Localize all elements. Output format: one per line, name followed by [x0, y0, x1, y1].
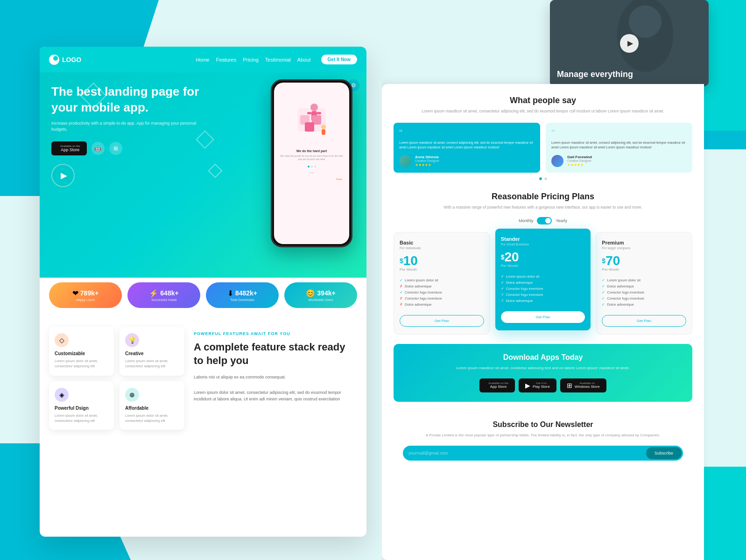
price-num-premium: 70	[605, 253, 620, 268]
testimonial-card-1: " Lorem ipsum maodicor sit amet, consect…	[394, 123, 540, 173]
left-panel: LOGO Home Features Pricing Testimonial A…	[0, 0, 406, 560]
windows-icon: ⊞	[113, 145, 118, 152]
download-desc: Lorem ipsum maodicor sit amet, condectur…	[403, 365, 683, 371]
download-appstore-btn[interactable]: Available on the App Store	[479, 378, 515, 392]
newsletter-submit-button[interactable]: Subscribe	[646, 447, 682, 459]
android-button[interactable]: 🤖	[91, 142, 105, 155]
appstore-button[interactable]: Available on the App Store	[51, 141, 87, 155]
stat-happy-users: ❤ 789k+ Happy Users	[49, 282, 122, 308]
plan-name-basic: Basic	[400, 240, 484, 245]
feature-basic-2: ✗Dolce adivenique	[400, 283, 484, 289]
check-icon: ✓	[602, 284, 605, 288]
check-icon: ✓	[602, 290, 605, 294]
nav-testimonial[interactable]: Testimonial	[265, 57, 291, 63]
download-icon: ⬇	[227, 289, 233, 298]
feature-title-4: Affordable	[125, 406, 179, 411]
nav-home[interactable]: Home	[196, 57, 209, 63]
diamond-decoration-3	[208, 163, 222, 178]
features-body-2: Lorem ipsum dolor sit amet, consectetur …	[194, 389, 357, 403]
feature-premium-1: ✓Lorem ipsum dolor sit	[602, 277, 686, 283]
feature-stander-1: ✓Lorem ipsum dolor sit	[501, 273, 585, 280]
svg-point-1	[310, 104, 318, 111]
phone-screen: We do the hard part We solve the puzzle …	[274, 83, 349, 244]
svg-rect-3	[307, 112, 311, 114]
cross-icon: ✗	[501, 293, 504, 297]
download-windows-btn[interactable]: ⊞ Available on Windows Store	[560, 378, 606, 392]
hero-description: Increase productivity with a simple to-d…	[51, 120, 201, 133]
phone-inner: We do the hard part We solve the puzzle …	[274, 83, 349, 244]
testimonial-text-2: Lorem ipsum maodicor sit amet, consect a…	[551, 140, 687, 150]
quote-icon-1: "	[399, 128, 535, 138]
phone-tagline: We do the hard part	[279, 149, 345, 153]
play-button[interactable]: ▶	[51, 164, 75, 187]
stat-row-1: ❤ 789k+	[72, 289, 99, 298]
video-play-button[interactable]: ▶	[620, 34, 639, 53]
appstore-label: Available on the App Store	[60, 145, 80, 152]
playstore-dl-name: Play Store	[533, 385, 550, 389]
feature-premium-3: ✓Consctor fugu inventure	[602, 289, 686, 295]
feature-premium-4: ✓Consctor fugu inventure	[602, 295, 686, 301]
feature-title-3: Powerful Dsign	[55, 406, 108, 411]
author-role-2: Creative Designer	[567, 159, 592, 162]
newsletter-form: Subscribe	[403, 446, 683, 461]
feature-cards-grid: ◇ Customizable Lorem ipsum dolor sit ame…	[49, 327, 184, 430]
plan-btn-stander[interactable]: Get Plan	[501, 311, 585, 323]
plan-features-basic: ✓Lorem ipsum dolor sit ✗Dolce adivenique…	[400, 277, 484, 308]
feature-stander-3: ✓Consctor fugu inventure	[501, 286, 585, 292]
check-icon: ✓	[602, 278, 605, 282]
nav-features[interactable]: Features	[216, 57, 236, 63]
stars-1: ★★★★★	[415, 163, 439, 167]
newsletter-email-input[interactable]	[408, 451, 646, 455]
plan-btn-premium[interactable]: Get Plan	[602, 315, 686, 327]
quote-icon-2: "	[551, 128, 687, 138]
download-playstore-btn[interactable]: ▶ Get it on Play Store	[519, 378, 556, 392]
plan-for-stander: For Small Business	[501, 243, 585, 246]
avatar-2	[551, 155, 563, 167]
newsletter-section: Subscribe to Our Newsletter A Private Li…	[394, 411, 692, 470]
logo: LOGO	[49, 55, 81, 65]
feature-stander-5: ✗Dolce adivenique	[501, 298, 585, 304]
features-text-area: POWERFUL FEATURES AWAIT FOR YOU A comple…	[194, 327, 357, 430]
stat-num-4: 394k+	[317, 289, 335, 297]
tdot-1[interactable]	[539, 177, 542, 180]
appstore-main-label: App Store	[60, 147, 80, 152]
feature-desc-3: Lorem ipsum dolor sit amet, consectetur …	[55, 413, 108, 424]
plan-btn-basic[interactable]: Get Plan	[400, 315, 484, 327]
plan-for-basic: For Individuals	[400, 246, 484, 250]
plan-features-stander: ✓Lorem ipsum dolor sit ✓Dolce adivenique…	[501, 273, 585, 304]
video-background: ▶ Manage everything	[550, 0, 709, 86]
windows-dl-label: Available on Windows Store	[575, 382, 600, 389]
nav-pricing[interactable]: Pricing	[243, 57, 259, 63]
tdot-2[interactable]	[544, 177, 547, 180]
feature-stander-4: ✗Consctor fugu inventure	[501, 292, 585, 298]
feature-premium-5: ✓Dolce adivenique	[602, 301, 686, 308]
testimonial-text-1: Lorem ipsum maodicor sit amet, consect a…	[399, 140, 535, 150]
feature-title-2: Creative	[125, 351, 179, 356]
feature-card-customizable: ◇ Customizable Lorem ipsum dolor sit ame…	[49, 327, 114, 376]
feature-basic-3: ✓Consctor fugu inventure	[400, 289, 484, 295]
stat-label-2: Successful Install	[151, 298, 176, 301]
landing-card: LOGO Home Features Pricing Testimonial A…	[40, 47, 366, 537]
nav-about[interactable]: About	[297, 57, 311, 63]
features-section: ◇ Customizable Lorem ipsum dolor sit ame…	[40, 317, 366, 439]
nav-cta-button[interactable]: Get It Now	[321, 55, 357, 64]
stat-row-4: 😊 394k+	[306, 289, 335, 298]
windows-button[interactable]: ⊞	[109, 142, 122, 155]
feature-title-1: Customizable	[55, 351, 108, 356]
svg-rect-4	[317, 112, 321, 114]
hero-buttons: Available on the App Store 🤖 ⊞	[51, 141, 201, 155]
logo-text: LOGO	[62, 56, 81, 63]
feature-basic-5: ✗Dolce adivenique	[400, 301, 484, 308]
plan-name-premium: Premium	[602, 240, 686, 245]
cross-icon: ✗	[400, 284, 403, 288]
feature-desc-4: Lorem ipsum dolor sit amet, consectetur …	[125, 413, 179, 424]
feature-stander-2: ✓Dolce adivenique	[501, 280, 585, 286]
windows-dl-name: Windows Store	[575, 385, 600, 389]
stat-installs: ⚡ 648k+ Successful Install	[127, 282, 200, 308]
toggle-switch[interactable]	[537, 217, 552, 224]
stat-num-2: 648k+	[160, 289, 178, 297]
plan-for-premium: For larger compans	[602, 246, 686, 250]
feature-card-creative: 💡 Creative Lorem ipsum dolor sit amet, c…	[120, 327, 184, 376]
video-block[interactable]: ▶ Manage everything	[550, 0, 709, 86]
pricing-heading: Reasonable Pricing Plans	[394, 192, 692, 202]
